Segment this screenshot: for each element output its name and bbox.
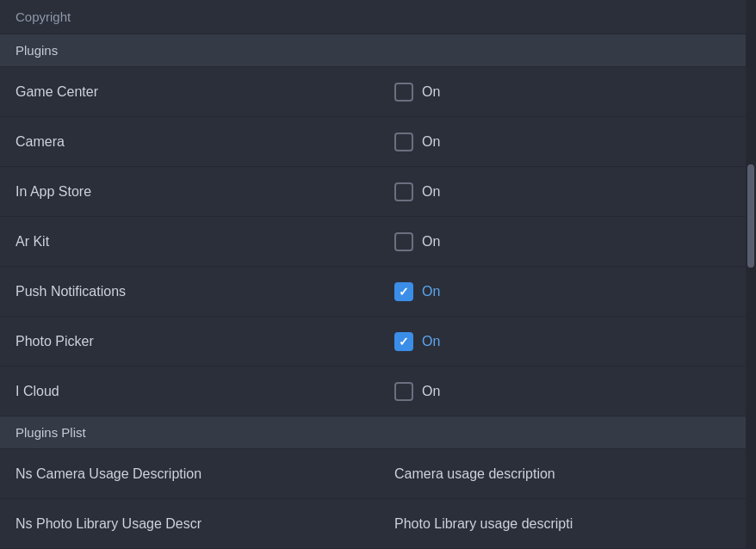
text-settings-row[interactable]: Ns Photo Library Usage DescrPhoto Librar… <box>0 499 756 549</box>
row-label: Ns Photo Library Usage Descr <box>15 516 394 532</box>
partial-row-label: Copyright <box>15 9 394 24</box>
checkbox[interactable] <box>394 83 413 102</box>
checkbox[interactable] <box>394 182 413 201</box>
settings-row[interactable]: Game CenterOn <box>0 67 756 117</box>
settings-row[interactable]: Ar KitOn <box>0 217 756 267</box>
value-text: On <box>422 234 440 250</box>
row-value[interactable]: On <box>394 332 741 351</box>
row-value[interactable]: On <box>394 182 741 201</box>
value-text: On <box>422 184 440 200</box>
checkbox[interactable] <box>394 332 413 351</box>
value-text: On <box>422 84 440 100</box>
settings-row[interactable]: Photo PickerOn <box>0 317 756 367</box>
row-label: I Cloud <box>15 384 394 399</box>
row-label: In App Store <box>15 184 394 200</box>
row-label: Camera <box>15 134 394 150</box>
value-text: On <box>422 134 440 150</box>
value-text: On <box>422 334 440 349</box>
row-text-value: Camera usage description <box>394 466 741 482</box>
settings-row[interactable]: I CloudOn <box>0 367 756 416</box>
row-text-value: Photo Library usage descripti <box>394 516 741 532</box>
settings-row[interactable]: Push NotificationsOn <box>0 267 756 317</box>
value-text: On <box>422 384 440 399</box>
row-value[interactable]: On <box>394 232 741 251</box>
text-settings-row[interactable]: Ns Camera Usage DescriptionCamera usage … <box>0 449 756 499</box>
row-label: Photo Picker <box>15 334 394 349</box>
main-container: CopyrightPluginsGame CenterOnCameraOnIn … <box>0 0 756 549</box>
row-label: Ns Camera Usage Description <box>15 466 394 482</box>
row-value[interactable]: On <box>394 133 741 151</box>
settings-panel: CopyrightPluginsGame CenterOnCameraOnIn … <box>0 0 756 549</box>
value-text: On <box>422 284 440 299</box>
partial-row-copyright: Copyright <box>0 0 756 34</box>
scrollbar-thumb[interactable] <box>747 164 754 268</box>
checkbox[interactable] <box>394 133 413 151</box>
section-header: Plugins Plist <box>0 416 756 449</box>
row-value[interactable]: On <box>394 83 741 102</box>
scrollbar[interactable] <box>746 0 756 549</box>
settings-list: CopyrightPluginsGame CenterOnCameraOnIn … <box>0 0 756 549</box>
settings-row[interactable]: In App StoreOn <box>0 167 756 217</box>
row-label: Ar Kit <box>15 234 394 250</box>
checkbox[interactable] <box>394 232 413 251</box>
row-value[interactable]: On <box>394 382 741 401</box>
section-header: Plugins <box>0 34 756 67</box>
row-label: Game Center <box>15 84 394 100</box>
checkbox[interactable] <box>394 282 413 301</box>
settings-row[interactable]: CameraOn <box>0 117 756 167</box>
row-label: Push Notifications <box>15 284 394 299</box>
row-value[interactable]: On <box>394 282 741 301</box>
checkbox[interactable] <box>394 382 413 401</box>
